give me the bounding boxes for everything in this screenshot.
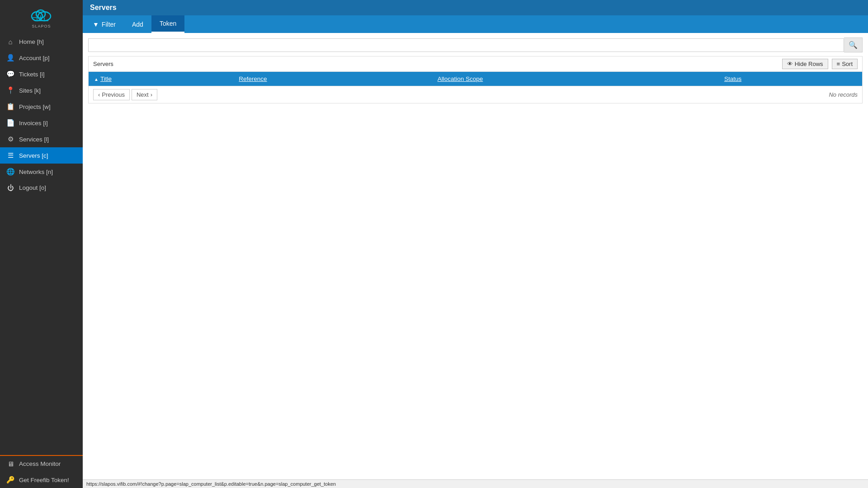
sidebar-item-logout[interactable]: ⏻ Logout [o]	[0, 180, 83, 196]
sidebar-label-projects: Projects [w]	[19, 103, 51, 110]
sidebar-label-invoices: Invoices [i]	[19, 120, 48, 127]
status-url: https://slapos.vifib.com/#!change?p.page…	[86, 481, 336, 487]
access-monitor-icon: 🖥	[6, 460, 14, 468]
filter-label: Filter	[102, 21, 116, 28]
chevron-right-icon: ›	[151, 91, 152, 98]
sidebar-label-logout: Logout [o]	[19, 184, 46, 191]
sidebar-label-get-token: Get Freefib Token!	[19, 477, 69, 483]
servers-icon: ☰	[6, 151, 14, 160]
sidebar-label-servers: Servers [c]	[19, 152, 48, 159]
token-button[interactable]: Token	[151, 15, 184, 33]
sort-up-icon	[94, 75, 100, 82]
page-header: Servers	[83, 0, 868, 15]
logo-text: SLAPOS	[32, 24, 51, 28]
sidebar-item-home[interactable]: ⌂ Home [h]	[0, 34, 83, 50]
sort-button[interactable]: ≡ Sort	[832, 59, 858, 69]
filter-icon: ▼	[93, 21, 99, 28]
sort-icon: ≡	[837, 61, 840, 67]
search-icon: 🔍	[849, 41, 858, 49]
sidebar-label-account: Account [p]	[19, 55, 50, 61]
pagination: ‹ Previous Next › No records	[89, 86, 862, 103]
get-token-icon: 🔑	[6, 476, 14, 484]
sidebar-item-projects[interactable]: 📋 Projects [w]	[0, 99, 83, 115]
sidebar-item-access-monitor[interactable]: 🖥 Access Monitor	[0, 456, 83, 472]
account-icon: 👤	[6, 54, 14, 62]
sidebar-item-invoices[interactable]: 📄 Invoices [i]	[0, 115, 83, 131]
content-area: 🔍 Servers 👁 Hide Rows ≡ Sort	[83, 33, 868, 479]
sidebar-item-get-token[interactable]: 🔑 Get Freefib Token!	[0, 472, 83, 488]
col-reference[interactable]: Reference	[233, 72, 432, 86]
sidebar-label-networks: Networks [n]	[19, 169, 53, 175]
sites-icon: 📍	[6, 86, 14, 94]
filter-button[interactable]: ▼ Filter	[85, 16, 124, 33]
table-section-label: Servers	[93, 61, 113, 67]
sidebar-label-sites: Sites [k]	[19, 87, 41, 94]
page-title: Servers	[90, 4, 117, 11]
sidebar-item-servers[interactable]: ☰ Servers [c]	[0, 147, 83, 164]
col-allocation-scope[interactable]: Allocation Scope	[432, 72, 719, 86]
reference-sort-link[interactable]: Reference	[239, 75, 267, 82]
next-label: Next	[137, 91, 149, 98]
chevron-left-icon: ‹	[98, 91, 100, 98]
search-input[interactable]	[88, 38, 844, 52]
data-table: Title Reference Allocation Scope Status	[89, 72, 862, 86]
table-actions: 👁 Hide Rows ≡ Sort	[782, 59, 858, 69]
sidebar-label-tickets: Tickets [i]	[19, 71, 45, 78]
add-label: Add	[132, 21, 143, 28]
services-icon: ⚙	[6, 135, 14, 143]
logout-icon: ⏻	[6, 184, 14, 192]
sidebar-logo: SLAPOS	[0, 0, 83, 34]
sidebar-item-account[interactable]: 👤 Account [p]	[0, 50, 83, 66]
tickets-icon: 💬	[6, 70, 14, 78]
sidebar-item-networks[interactable]: 🌐 Networks [n]	[0, 164, 83, 180]
search-button[interactable]: 🔍	[844, 38, 863, 52]
hide-rows-label: Hide Rows	[795, 61, 823, 67]
status-sort-link[interactable]: Status	[724, 75, 741, 82]
col-status[interactable]: Status	[719, 72, 862, 86]
add-button[interactable]: Add	[124, 16, 151, 33]
toolbar: ▼ Filter Add Token	[83, 15, 868, 33]
cloud-logo-icon	[28, 5, 55, 23]
sidebar: SLAPOS ⌂ Home [h] 👤 Account [p] 💬 Ticket…	[0, 0, 83, 488]
sort-label: Sort	[842, 61, 853, 67]
main-content: Servers ▼ Filter Add Token 🔍 Servers	[83, 0, 868, 488]
invoices-icon: 📄	[6, 119, 14, 127]
table-header-bar: Servers 👁 Hide Rows ≡ Sort	[89, 56, 862, 72]
allocation-scope-sort-link[interactable]: Allocation Scope	[438, 75, 483, 82]
sidebar-bottom-section: 🖥 Access Monitor 🔑 Get Freefib Token!	[0, 455, 83, 488]
projects-icon: 📋	[6, 103, 14, 111]
sidebar-label-access-monitor: Access Monitor	[19, 460, 61, 467]
no-records-text: No records	[829, 91, 858, 98]
col-title[interactable]: Title	[89, 72, 233, 86]
page-navigation: ‹ Previous Next ›	[93, 89, 157, 100]
table-header-row: Title Reference Allocation Scope Status	[89, 72, 862, 86]
eye-icon: 👁	[787, 61, 793, 67]
sidebar-item-tickets[interactable]: 💬 Tickets [i]	[0, 66, 83, 82]
title-sort-link[interactable]: Title	[100, 75, 112, 82]
previous-button[interactable]: ‹ Previous	[93, 89, 130, 100]
home-icon: ⌂	[6, 38, 14, 46]
previous-label: Previous	[102, 91, 125, 98]
sidebar-item-sites[interactable]: 📍 Sites [k]	[0, 82, 83, 99]
search-bar: 🔍	[88, 38, 863, 52]
next-button[interactable]: Next ›	[132, 89, 157, 100]
networks-icon: 🌐	[6, 168, 14, 176]
table-section: Servers 👁 Hide Rows ≡ Sort	[88, 56, 863, 103]
sidebar-item-services[interactable]: ⚙ Services [l]	[0, 131, 83, 147]
status-bar: https://slapos.vifib.com/#!change?p.page…	[83, 479, 868, 488]
sidebar-label-services: Services [l]	[19, 136, 49, 143]
token-label: Token	[160, 20, 176, 27]
sidebar-navigation: ⌂ Home [h] 👤 Account [p] 💬 Tickets [i] 📍…	[0, 34, 83, 488]
hide-rows-button[interactable]: 👁 Hide Rows	[782, 59, 828, 69]
sidebar-label-home: Home [h]	[19, 38, 44, 45]
